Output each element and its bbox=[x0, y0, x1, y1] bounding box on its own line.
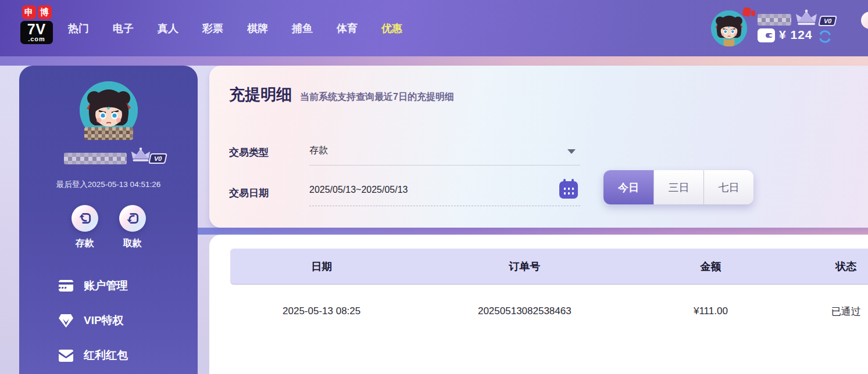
logo-tld-text: .com bbox=[22, 36, 51, 42]
card-header: 充提明细 当前系统支持查询最近7日的充提明细 bbox=[229, 84, 454, 105]
column-header-order: 订单号 bbox=[413, 260, 636, 274]
chevron-down-icon bbox=[567, 149, 576, 154]
avatar-illustration bbox=[711, 10, 747, 46]
vip-level-badge: V0 bbox=[148, 153, 167, 164]
nav-item-hot[interactable]: 热门 bbox=[68, 21, 89, 35]
withdraw-label: 取款 bbox=[123, 238, 142, 250]
column-header-date: 日期 bbox=[230, 260, 413, 274]
sidebar-item-account[interactable]: 账户管理 bbox=[58, 275, 198, 297]
nav-item-slots[interactable]: 电子 bbox=[113, 21, 134, 35]
row-date: 2025-05-13 08:25 bbox=[230, 305, 413, 317]
date-range-tabs: 今日 三日 七日 bbox=[603, 170, 753, 204]
row-status: 已通过 bbox=[785, 305, 868, 318]
gem-icon bbox=[58, 314, 74, 328]
last-login-text: 最后登入2025-05-13 04:51:26 bbox=[19, 179, 198, 190]
vip-crown-icon bbox=[794, 9, 819, 27]
nav-item-fishing[interactable]: 捕鱼 bbox=[292, 21, 313, 35]
top-navigation-bar: 申 博 7V .com 热门 电子 真人 彩票 棋牌 捕鱼 体育 优惠 bbox=[0, 0, 868, 56]
column-header-status: 状态 bbox=[785, 260, 868, 274]
sidebar-item-label: 账户管理 bbox=[84, 278, 128, 293]
refresh-balance-icon[interactable] bbox=[817, 29, 833, 44]
sidebar-item-bonus[interactable]: 红利红包 bbox=[58, 344, 198, 366]
transaction-type-value: 存款 bbox=[309, 145, 328, 155]
username-masked bbox=[64, 153, 127, 164]
tab-7days[interactable]: 七日 bbox=[703, 170, 753, 204]
deposit-icon bbox=[72, 205, 98, 232]
tab-today[interactable]: 今日 bbox=[603, 170, 653, 204]
row-amount: ¥111.00 bbox=[636, 305, 785, 317]
site-logo[interactable]: 申 博 7V .com bbox=[20, 5, 53, 44]
logo-char: 博 bbox=[38, 5, 52, 19]
row-order-number: 20250513082538463 bbox=[413, 305, 636, 317]
main-nav: 热门 电子 真人 彩票 棋牌 捕鱼 体育 优惠 bbox=[68, 0, 402, 56]
nav-item-lottery[interactable]: 彩票 bbox=[202, 21, 223, 35]
table-row: 2025-05-13 08:25 20250513082538463 ¥111.… bbox=[230, 285, 868, 337]
sidebar-item-vip[interactable]: VIP特权 bbox=[58, 310, 198, 332]
nav-item-chess[interactable]: 棋牌 bbox=[247, 21, 268, 35]
sidebar-menu: 账户管理 VIP特权 红利红包 bbox=[58, 275, 198, 374]
withdraw-icon bbox=[119, 205, 146, 232]
username-row: V0 bbox=[19, 150, 198, 167]
balance-amount: ¥ 124 bbox=[779, 28, 813, 42]
tab-3days[interactable]: 三日 bbox=[653, 170, 703, 204]
transactions-table-card: 日期 订单号 金额 状态 2025-05-13 08:25 2025051308… bbox=[209, 235, 868, 374]
envelope-icon bbox=[58, 349, 74, 362]
partial-edge-button[interactable] bbox=[861, 12, 868, 29]
logo-domain-block: 7V .com bbox=[20, 21, 53, 44]
notification-badge[interactable] bbox=[742, 7, 752, 17]
filter-date-label: 交易日期 bbox=[229, 186, 269, 200]
filter-type-label: 交易类型 bbox=[229, 146, 269, 159]
username-masked bbox=[758, 14, 791, 26]
transaction-type-select[interactable]: 存款 bbox=[309, 135, 580, 166]
nav-item-promo[interactable]: 优惠 bbox=[381, 21, 402, 35]
deposit-label: 存款 bbox=[76, 238, 94, 250]
user-avatar[interactable] bbox=[711, 10, 747, 46]
wallet-icon bbox=[758, 28, 775, 42]
column-header-amount: 金额 bbox=[636, 260, 785, 274]
date-range-value: 2025/05/13~2025/05/13 bbox=[309, 185, 408, 195]
notification-dot bbox=[751, 10, 755, 16]
deposit-button[interactable]: 存款 bbox=[72, 205, 98, 250]
date-range-input[interactable]: 2025/05/13~2025/05/13 bbox=[309, 174, 580, 206]
nav-item-sports[interactable]: 体育 bbox=[337, 21, 358, 35]
logo-brand-characters: 申 博 bbox=[20, 5, 53, 19]
page-title: 充提明细 bbox=[229, 84, 292, 105]
quick-actions: 存款 取款 bbox=[19, 205, 198, 250]
withdraw-button[interactable]: 取款 bbox=[119, 205, 146, 250]
card-icon bbox=[58, 279, 74, 293]
header-divider-band bbox=[0, 56, 868, 66]
nav-item-live[interactable]: 真人 bbox=[158, 21, 178, 35]
avatar-censor-mosaic bbox=[84, 127, 133, 140]
table-header-row: 日期 订单号 金额 状态 bbox=[230, 249, 868, 285]
logo-main-text: 7V bbox=[22, 22, 51, 36]
sidebar-item-label: 红利红包 bbox=[84, 348, 128, 363]
filter-card: 充提明细 当前系统支持查询最近7日的充提明细 交易类型 存款 交易日期 2025… bbox=[209, 66, 868, 228]
calendar-icon[interactable] bbox=[559, 181, 578, 199]
vip-level-badge: V0 bbox=[818, 16, 837, 26]
page-subtitle: 当前系统支持查询最近7日的充提明细 bbox=[300, 91, 454, 103]
content-divider-band bbox=[198, 228, 868, 235]
profile-sidebar: V0 最后登入2025-05-13 04:51:26 存款 bbox=[19, 66, 198, 374]
page: 申 博 7V .com 热门 电子 真人 彩票 棋牌 捕鱼 体育 优惠 bbox=[0, 0, 868, 374]
logo-char: 申 bbox=[22, 5, 36, 19]
sidebar-item-label: VIP特权 bbox=[84, 313, 124, 328]
